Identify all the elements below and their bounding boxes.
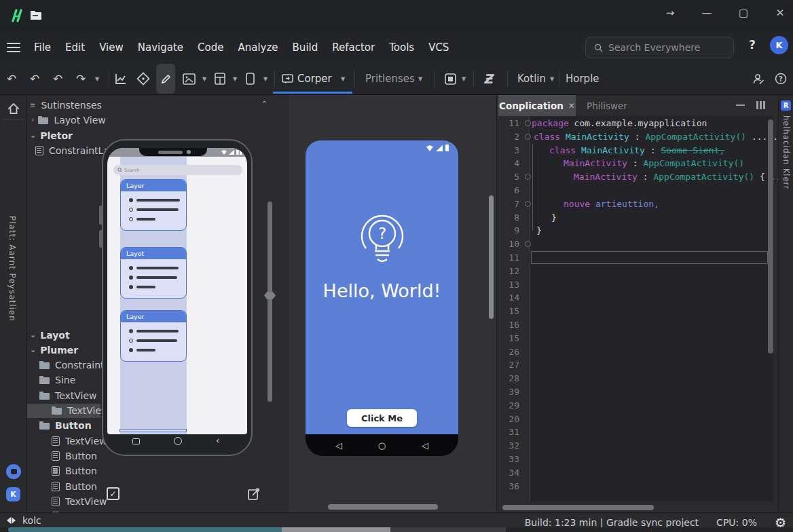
user-avatar[interactable]: K: [770, 36, 788, 54]
grid-dropdown-caret[interactable]: ▼: [230, 64, 240, 94]
branch-name[interactable]: kolc: [22, 515, 41, 526]
tree-item-textview[interactable]: TextView: [27, 434, 107, 448]
tree-item-textview[interactable]: TextView: [27, 404, 100, 418]
tree-item-checkbox[interactable]: ✓: [107, 487, 119, 500]
profile-edit-icon[interactable]: [750, 64, 767, 94]
menu-edit[interactable]: Edit: [65, 41, 85, 54]
tree-item-textview[interactable]: TextView: [27, 388, 97, 402]
tab-conplication[interactable]: Conplication ✕: [498, 95, 576, 116]
menu-build[interactable]: Build: [293, 41, 318, 54]
edit-in-new-icon[interactable]: [247, 487, 261, 501]
chart-icon[interactable]: [113, 64, 128, 94]
preview-vertical-scrollbar[interactable]: [489, 195, 494, 319]
back-icon[interactable]: ‹: [216, 433, 220, 448]
run-target-caret[interactable]: ▼: [338, 64, 348, 94]
folder-icon[interactable]: [30, 10, 42, 20]
tree-item-sutinstenses[interactable]: ≡Sutinstenses: [27, 98, 102, 112]
tree-item-layot view[interactable]: ›Layot View: [27, 113, 106, 127]
menu-tools[interactable]: Tools: [389, 41, 414, 54]
left-strip-vertical-label[interactable]: Platt: Aarnt Peysatlien: [7, 216, 17, 322]
redo-icon[interactable]: ↷: [73, 64, 88, 94]
menu-file[interactable]: File: [34, 41, 51, 54]
minimize-button[interactable]: —: [699, 7, 714, 19]
device-selector-caret[interactable]: ▼: [416, 64, 425, 94]
fold-icon[interactable]: [525, 174, 531, 180]
device-selector[interactable]: Pritlenses: [365, 64, 415, 94]
tree-chevron-icon[interactable]: ⌄: [30, 131, 36, 140]
tree-item-plumer[interactable]: ⌄Plumer: [27, 343, 78, 357]
tab-philiswer[interactable]: Philiswer: [587, 95, 648, 116]
menu-refactor[interactable]: Refactor: [332, 41, 375, 54]
tree-item-button[interactable]: Button: [27, 479, 97, 493]
collapse-panel-icon[interactable]: ⌃: [261, 99, 268, 109]
search-everywhere-input[interactable]: Search Everywhere: [585, 37, 734, 58]
preview-horizontal-scrollbar[interactable]: [328, 504, 438, 510]
close-tab-icon[interactable]: ✕: [568, 101, 575, 111]
plugin-badge[interactable]: R: [781, 100, 791, 111]
recents-icon[interactable]: [132, 438, 140, 444]
tree-chevron-icon[interactable]: ›: [31, 115, 34, 124]
designer-vertical-scrollbar[interactable]: [268, 202, 272, 402]
menu-code[interactable]: Code: [198, 41, 223, 54]
designer-card[interactable]: Layer: [120, 310, 187, 362]
menu-view[interactable]: View: [99, 41, 124, 54]
notification-badge-icon[interactable]: [6, 464, 21, 479]
click-me-button[interactable]: Click Me: [347, 409, 417, 427]
resource-icon[interactable]: [443, 64, 458, 94]
tree-item-textview[interactable]: TextView: [27, 494, 107, 508]
misc-toolbar-label[interactable]: Horple: [566, 64, 600, 94]
designer-search-bar[interactable]: Search: [113, 165, 242, 175]
fold-icon[interactable]: [525, 134, 531, 140]
fold-icon[interactable]: [525, 241, 531, 247]
fold-icon[interactable]: [525, 201, 531, 207]
redo-dropdown-caret[interactable]: ▼: [92, 64, 102, 94]
pencil-icon[interactable]: [156, 64, 175, 94]
hamburger-menu-icon[interactable]: [7, 40, 20, 55]
run-target-icon[interactable]: [280, 64, 294, 94]
designer-phone-screen[interactable]: Search LayerLayotLayer: [107, 148, 247, 434]
resource-caret[interactable]: ▼: [459, 64, 468, 94]
tree-item-button[interactable]: Button: [27, 419, 92, 433]
home-nav-icon[interactable]: ○: [378, 440, 386, 451]
undo-icon[interactable]: ↶: [4, 64, 19, 94]
undo-icon[interactable]: ↶: [50, 64, 65, 94]
translate-off-icon[interactable]: Ƶ: [479, 64, 497, 94]
run-target-selector[interactable]: Corper: [297, 64, 332, 94]
back-icon[interactable]: ◁: [422, 440, 428, 451]
image-dropdown-caret[interactable]: ▼: [200, 64, 209, 94]
code-editor[interactable]: 1123456789101112131415161526272839292031…: [497, 116, 773, 501]
tree-item-sine[interactable]: Sine: [27, 373, 75, 387]
branch-icon[interactable]: [7, 517, 16, 524]
image-icon[interactable]: [181, 64, 197, 94]
tree-item-button[interactable]: Button: [27, 449, 97, 463]
right-strip-vertical-label[interactable]: helhacidan Klerr: [781, 115, 791, 190]
split-columns-icon[interactable]: [756, 101, 765, 109]
designer-card[interactable]: Layot: [120, 247, 187, 299]
help-circle-icon[interactable]: ?: [773, 64, 789, 94]
tree-item-button[interactable]: Button: [27, 464, 97, 478]
designer-phone-mockup[interactable]: Search LayerLayotLayer ‹: [102, 139, 253, 456]
home-icon[interactable]: [7, 102, 20, 115]
help-button[interactable]: ?: [745, 38, 759, 52]
device-dropdown-caret[interactable]: ▼: [261, 64, 270, 94]
kotlin-badge[interactable]: K: [6, 487, 20, 501]
forward-button[interactable]: →: [663, 7, 678, 19]
preview-phone[interactable]: ? Hello, World! Click Me ◁ ○ ◁: [306, 140, 458, 456]
hide-panel-icon[interactable]: [736, 104, 745, 106]
editor-vertical-scrollbar[interactable]: [768, 119, 773, 354]
menu-navigate[interactable]: Navigate: [138, 41, 183, 54]
layout-grid-icon[interactable]: [212, 64, 228, 94]
designer-card[interactable]: Layer: [120, 179, 187, 231]
back-icon[interactable]: ◁: [335, 440, 342, 451]
device-icon[interactable]: [242, 64, 257, 94]
undo-icon[interactable]: ↶: [27, 64, 42, 94]
close-button[interactable]: ✕: [773, 7, 788, 19]
menu-vcs[interactable]: VCS: [428, 41, 449, 54]
menu-analyze[interactable]: Analyze: [238, 41, 278, 54]
tree-item-pletor[interactable]: ⌄Pletor: [27, 128, 73, 142]
language-selector[interactable]: Kotlin: [517, 64, 546, 94]
editor-horizontal-scrollbar[interactable]: [502, 505, 654, 510]
language-caret[interactable]: ▼: [547, 64, 557, 94]
home-nav-icon[interactable]: [174, 437, 182, 445]
maximize-button[interactable]: ▢: [736, 7, 751, 19]
